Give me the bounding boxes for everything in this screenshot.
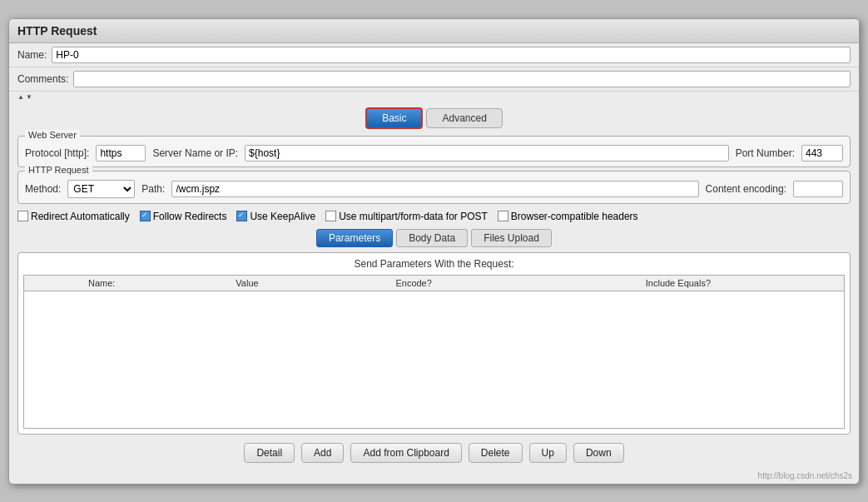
scroll-down-icon[interactable]: ▼ [26, 93, 32, 101]
comments-label: Comments: [17, 73, 68, 85]
web-server-title: Web Server [25, 130, 80, 140]
name-input[interactable] [52, 47, 851, 63]
scroll-up-icon[interactable]: ▲ [17, 93, 24, 101]
delete-button[interactable]: Delete [469, 443, 523, 463]
browser-checkbox-item: Browser-compatible headers [498, 211, 638, 222]
watermark: http://blog.csdn.net/chs2s [9, 470, 859, 484]
follow-checkbox-item: Follow Redirects [140, 211, 227, 222]
server-label: Server Name or IP: [152, 147, 238, 159]
follow-checkbox[interactable] [140, 211, 151, 221]
scroll-arrows: ▲ ▼ [9, 92, 859, 102]
up-button[interactable]: Up [529, 443, 567, 463]
web-server-content: Protocol [http]: Server Name or IP: Port… [25, 145, 843, 162]
method-label: Method: [25, 183, 61, 195]
add-button[interactable]: Add [301, 443, 344, 463]
sub-tab-body-data[interactable]: Body Data [396, 229, 468, 247]
protocol-label: Protocol [http]: [25, 147, 89, 159]
params-section: Send Parameters With the Request: Name: … [17, 252, 851, 435]
params-table-wrapper[interactable]: Name: Value Encode? Include Equals? [23, 275, 845, 429]
port-label: Port Number: [736, 147, 795, 159]
sub-tab-row: Parameters Body Data Files Upload [9, 226, 859, 251]
redirect-checkbox-item: Redirect Automatically [17, 211, 130, 222]
path-label: Path: [141, 183, 165, 195]
title-bar: HTTP Request [9, 19, 859, 43]
params-table: Name: Value Encode? Include Equals? [24, 276, 844, 291]
multipart-label: Use multipart/form-data for POST [339, 211, 488, 222]
http-request-title: HTTP Request [25, 165, 92, 175]
detail-button[interactable]: Detail [244, 443, 295, 463]
window-title: HTTP Request [17, 24, 97, 37]
browser-label: Browser-compatible headers [511, 211, 638, 222]
add-clipboard-button[interactable]: Add from Clipboard [350, 443, 461, 463]
col-include-header: Include Equals? [513, 276, 844, 291]
tab-row: Basic Advanced [9, 102, 859, 132]
browser-checkbox[interactable] [498, 211, 508, 221]
tab-advanced[interactable]: Advanced [426, 108, 502, 128]
main-window: HTTP Request Name: Comments: ▲ ▼ Basic A… [8, 18, 860, 485]
sub-tab-files-upload[interactable]: Files Upload [471, 229, 552, 247]
redirect-label: Redirect Automatically [31, 211, 130, 222]
comments-input[interactable] [73, 71, 851, 87]
encoding-input[interactable] [793, 181, 843, 197]
multipart-checkbox-item: Use multipart/form-data for POST [325, 211, 488, 222]
path-input[interactable] [171, 181, 698, 197]
tab-basic[interactable]: Basic [365, 107, 423, 129]
protocol-input[interactable] [96, 145, 146, 162]
col-value-header: Value [179, 276, 315, 291]
web-server-section: Web Server Protocol [http]: Server Name … [17, 136, 851, 167]
multipart-checkbox[interactable] [325, 211, 336, 221]
redirect-checkbox[interactable] [17, 211, 28, 221]
keepalive-label: Use KeepAlive [250, 211, 315, 222]
col-encode-header: Encode? [315, 276, 512, 291]
col-name-header: Name: [24, 276, 179, 291]
http-request-section: HTTP Request Method: GET POST PUT DELETE… [17, 171, 851, 204]
port-input[interactable] [801, 145, 843, 162]
encoding-label: Content encoding: [706, 183, 786, 195]
keepalive-checkbox-item: Use KeepAlive [236, 211, 315, 222]
method-select[interactable]: GET POST PUT DELETE HEAD OPTIONS [67, 180, 135, 198]
name-row: Name: [9, 43, 859, 67]
comments-row: Comments: [9, 67, 859, 92]
sub-tab-parameters[interactable]: Parameters [316, 229, 393, 247]
button-row: Detail Add Add from Clipboard Delete Up … [9, 436, 859, 470]
follow-label: Follow Redirects [153, 211, 227, 222]
name-label: Name: [17, 49, 47, 61]
checkboxes-row: Redirect Automatically Follow Redirects … [9, 207, 859, 226]
http-request-content: Method: GET POST PUT DELETE HEAD OPTIONS… [25, 180, 843, 198]
server-input[interactable] [245, 145, 729, 162]
params-title: Send Parameters With the Request: [23, 258, 845, 270]
down-button[interactable]: Down [573, 443, 624, 463]
keepalive-checkbox[interactable] [236, 211, 247, 221]
